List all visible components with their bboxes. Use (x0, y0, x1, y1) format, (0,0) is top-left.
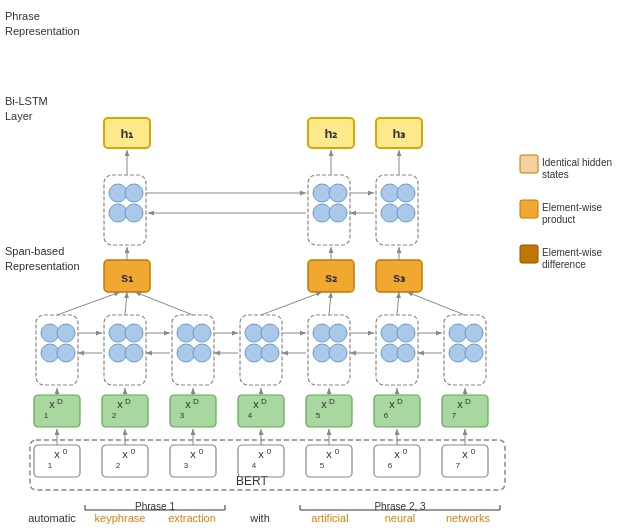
svg-line-34 (57, 292, 120, 315)
legend-product-text1: Element-wise (542, 202, 602, 213)
xD-sub-7: 7 (452, 411, 457, 420)
bilstm-upper-circle-3-3 (381, 204, 399, 222)
diagram-container: automatic keyphrase extraction with arti… (0, 0, 640, 530)
legend-product-box (520, 200, 538, 218)
bilstm-circle-1-3 (41, 344, 59, 362)
word-keyphrase: keyphrase (95, 512, 146, 524)
xD-super-4: D (261, 397, 267, 406)
bilstm-upper-circle-1-2 (125, 184, 143, 202)
xD-label-3: x (185, 398, 191, 410)
bilstm-circle-5-3 (313, 344, 331, 362)
xD-super-7: D (465, 397, 471, 406)
bilstm-circle-5-1 (313, 324, 331, 342)
bilstm-circle-4-2 (261, 324, 279, 342)
svg-line-39 (397, 292, 399, 315)
phrase-rep-label2: Representation (5, 25, 80, 37)
x0-super-7: 0 (471, 447, 476, 456)
x0-sub-1: 1 (48, 461, 53, 470)
h-label-3: h₃ (393, 126, 407, 141)
word-automatic: automatic (28, 512, 76, 524)
x0-super-1: 0 (63, 447, 68, 456)
word-with: with (249, 512, 270, 524)
word-networks: networks (446, 512, 491, 524)
x0-label-3: x (190, 448, 196, 460)
bilstm-circle-1-1 (41, 324, 59, 342)
xD-sub-5: 5 (316, 411, 321, 420)
x0-super-3: 0 (199, 447, 204, 456)
bilstm-circle-3-4 (193, 344, 211, 362)
bilstm-circle-7-1 (449, 324, 467, 342)
legend-product-text2: product (542, 214, 576, 225)
x0-label-5: x (326, 448, 332, 460)
h-label-2: h₂ (325, 126, 338, 141)
svg-line-37 (261, 292, 322, 315)
x0-label-6: x (394, 448, 400, 460)
xD-label-4: x (253, 398, 259, 410)
legend-identical-text1: Identical hidden (542, 157, 612, 168)
phrase-rep-label: Phrase (5, 10, 40, 22)
bilstm-circle-4-1 (245, 324, 263, 342)
x0-super-6: 0 (403, 447, 408, 456)
x0-sub-6: 6 (388, 461, 393, 470)
bilstm-circle-3-1 (177, 324, 195, 342)
xD-super-3: D (193, 397, 199, 406)
bilstm-upper-circle-3-4 (397, 204, 415, 222)
span-label-s2: s₂ (325, 270, 337, 285)
x0-super-2: 0 (131, 447, 136, 456)
xD-sub-1: 1 (44, 411, 49, 420)
bilstm-circle-7-2 (465, 324, 483, 342)
bert-label: BERT (236, 474, 268, 488)
xD-super-6: D (397, 397, 403, 406)
span-label: Span-based (5, 245, 64, 257)
xD-super-1: D (57, 397, 63, 406)
bilstm-label: Bi-LSTM (5, 95, 48, 107)
x0-label-1: x (54, 448, 60, 460)
span-label-s3: s₃ (393, 270, 406, 285)
xD-sub-6: 6 (384, 411, 389, 420)
bilstm-upper-circle-1-1 (109, 184, 127, 202)
bilstm-circle-3-3 (177, 344, 195, 362)
bilstm-circle-2-3 (109, 344, 127, 362)
phrase1-label: Phrase 1 (135, 501, 175, 512)
bilstm-circle-7-3 (449, 344, 467, 362)
x0-label-7: x (462, 448, 468, 460)
x0-super-5: 0 (335, 447, 340, 456)
xD-super-2: D (125, 397, 131, 406)
x0-label-2: x (122, 448, 128, 460)
phrase23-label: Phrase 2, 3 (374, 501, 426, 512)
bilstm-circle-4-4 (261, 344, 279, 362)
word-neural: neural (385, 512, 416, 524)
x0-super-4: 0 (267, 447, 272, 456)
bilstm-circle-2-2 (125, 324, 143, 342)
xD-label-2: x (117, 398, 123, 410)
bilstm-upper-circle-2-1 (313, 184, 331, 202)
h-label-1: h₁ (121, 126, 135, 141)
bilstm-upper-circle-2-3 (313, 204, 331, 222)
x0-sub-7: 7 (456, 461, 461, 470)
bilstm-circle-1-2 (57, 324, 75, 342)
span-label2: Representation (5, 260, 80, 272)
legend-diff-box (520, 245, 538, 263)
bilstm-circle-5-2 (329, 324, 347, 342)
legend-identical-text2: states (542, 169, 569, 180)
legend-diff-text2: difference (542, 259, 586, 270)
svg-line-35 (125, 292, 127, 315)
xD-label-1: x (49, 398, 55, 410)
xD-label-6: x (389, 398, 395, 410)
xD-sub-3: 3 (180, 411, 185, 420)
bilstm-upper-circle-3-2 (397, 184, 415, 202)
span-label-s1: s₁ (121, 270, 134, 285)
bilstm-circle-1-4 (57, 344, 75, 362)
x0-sub-3: 3 (184, 461, 189, 470)
x0-sub-4: 4 (252, 461, 257, 470)
bilstm-circle-2-1 (109, 324, 127, 342)
legend-diff-text1: Element-wise (542, 247, 602, 258)
xD-label-7: x (457, 398, 463, 410)
xD-sub-4: 4 (248, 411, 253, 420)
bilstm-circle-5-4 (329, 344, 347, 362)
bilstm-label2: Layer (5, 110, 33, 122)
bilstm-upper-circle-1-3 (109, 204, 127, 222)
xD-sub-2: 2 (112, 411, 117, 420)
bilstm-circle-4-3 (245, 344, 263, 362)
word-artificial: artificial (311, 512, 348, 524)
